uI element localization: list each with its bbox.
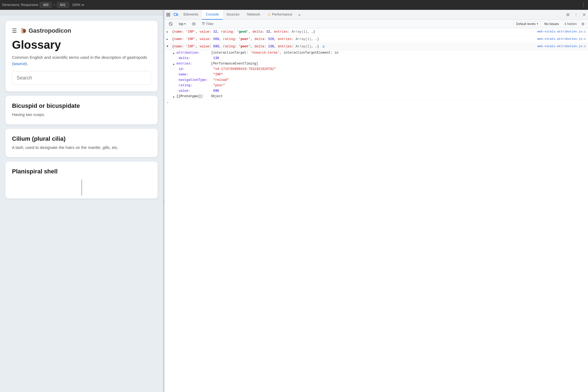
- term-planispiral: Planispiral shell: [12, 168, 151, 175]
- console-row-2[interactable]: ▶ {name: 'INP', value: 560, rating: 'poo…: [164, 36, 588, 43]
- glossary-header-card: ☰ 🐌 Gastropodicon Glossary Common Englis…: [5, 21, 158, 91]
- svg-line-7: [170, 23, 172, 25]
- console-content-3: {name: 'INP', value: 696, rating: 'poor'…: [172, 44, 535, 49]
- zoom-select[interactable]: 100% 75% 50% 150%: [71, 3, 85, 7]
- site-logo: 🐌 Gastropodicon: [20, 27, 71, 34]
- context-selector[interactable]: top ▾: [176, 21, 188, 27]
- console-output[interactable]: ▶ {name: 'INP', value: 32, rating: 'good…: [164, 28, 588, 392]
- site-name: Gastropodicon: [29, 27, 71, 34]
- browser-top-bar: Dimensions: Responsive × 100% 75% 50% 15…: [0, 0, 588, 10]
- console-row-1[interactable]: ▶ {name: 'INP', value: 32, rating: 'good…: [164, 28, 588, 36]
- devtools-panel: Elements Console Sources Network ⚠ Perfo…: [164, 10, 588, 392]
- clear-console-button[interactable]: [167, 22, 175, 26]
- expanded-row-rating: rating: "poor": [164, 83, 588, 88]
- console-settings-button[interactable]: ⚙: [580, 21, 586, 27]
- dimensions-label[interactable]: Dimensions: Responsive: [2, 3, 38, 7]
- hamburger-menu-icon[interactable]: ☰: [12, 27, 17, 34]
- expanded-row-name: name: "INP": [164, 72, 588, 78]
- device-toggle-button[interactable]: [172, 11, 180, 19]
- entries-arrow[interactable]: ▶: [173, 63, 176, 66]
- console-content-2: {name: 'INP', value: 560, rating: 'poor'…: [172, 37, 535, 42]
- console-row-3[interactable]: ▼ {name: 'INP', value: 696, rating: 'poo…: [164, 43, 588, 50]
- devtools-right-icons: ⚙ ⋮ ✕: [564, 11, 588, 19]
- console-secondary-toolbar: top ▾ Filter Default levels ▾ No Issues …: [164, 20, 588, 28]
- svg-rect-2: [167, 15, 168, 16]
- hidden-count[interactable]: 4 hidden: [563, 22, 578, 26]
- viewport-ruler: [0, 10, 163, 15]
- tab-network[interactable]: Network: [243, 10, 264, 20]
- console-prompt-row: ›: [164, 99, 588, 106]
- expanded-row-prototype[interactable]: ▶ [[Prototype]]: Object: [164, 94, 588, 99]
- svg-rect-3: [169, 15, 170, 16]
- devtools-settings-button[interactable]: ⚙: [564, 11, 572, 19]
- console-source-3[interactable]: web-vitals.attribution.js:1: [537, 44, 586, 48]
- svg-rect-1: [169, 13, 170, 14]
- page-header: ☰ 🐌 Gastropodicon: [12, 27, 151, 34]
- glossary-description: Common English and scientific terms used…: [12, 54, 151, 67]
- glossary-term-card-1: Bicuspid or bicuspidate Having two cusps…: [5, 96, 158, 124]
- eye-live-expressions-button[interactable]: [190, 22, 198, 26]
- svg-point-9: [193, 23, 194, 24]
- topbar-more-button[interactable]: ⋮: [581, 2, 586, 7]
- svg-rect-4: [174, 13, 177, 16]
- expand-arrow-1[interactable]: ▶: [167, 30, 170, 33]
- glossary-title: Glossary: [12, 39, 151, 51]
- expanded-row-value: value: 696: [164, 88, 588, 94]
- console-content-1: {name: 'INP', value: 32, rating: 'good',…: [172, 29, 535, 34]
- prototype-arrow[interactable]: ▶: [173, 95, 176, 99]
- inspect-element-button[interactable]: [164, 11, 172, 19]
- devtools-close-button[interactable]: ✕: [580, 11, 588, 19]
- def-cilium: A lash; used to designate the hairs on t…: [12, 145, 151, 151]
- no-issues-indicator: No Issues: [542, 22, 561, 26]
- svg-rect-5: [177, 14, 178, 16]
- expanded-row-navtype: navigationType: "reload": [164, 78, 588, 83]
- viewport-width-input[interactable]: [40, 2, 52, 8]
- viewport-height-input[interactable]: [57, 2, 69, 8]
- expanded-row-id: id: "v4-1715704899419-7631921820701": [164, 67, 588, 72]
- info-badge[interactable]: i: [322, 45, 325, 48]
- devtools-more-button[interactable]: ⋮: [572, 11, 580, 19]
- expanded-row-entries[interactable]: ▶ entries: [PerformanceEventTiming]: [164, 61, 588, 67]
- viewport-panel: ☰ 🐌 Gastropodicon Glossary Common Englis…: [0, 10, 163, 392]
- glossary-term-card-3: Planispiral shell: [5, 161, 158, 198]
- snail-icon: 🐌: [20, 27, 27, 34]
- attribution-arrow[interactable]: ▶: [173, 52, 176, 55]
- tab-console[interactable]: Console: [202, 10, 223, 20]
- term-cilium: Cilium (plural cilia): [12, 135, 151, 142]
- main-layout: ☰ 🐌 Gastropodicon Glossary Common Englis…: [0, 10, 588, 392]
- responsive-controls: Dimensions: Responsive ×: [2, 2, 69, 8]
- log-levels-select[interactable]: Default levels ▾: [514, 21, 541, 27]
- expanded-row-attribution[interactable]: ▶ attribution: {interactionTarget: '#sea…: [164, 50, 588, 56]
- console-row-3-group: ▼ {name: 'INP', value: 696, rating: 'poo…: [164, 43, 588, 99]
- def-bicuspid: Having two cusps.: [12, 112, 151, 118]
- console-source-2[interactable]: web-vitals.attribution.js:1: [537, 37, 586, 41]
- console-source-1[interactable]: web-vitals.attribution.js:1: [537, 29, 586, 33]
- glossary-term-card-2: Cilium (plural cilia) A lash; used to de…: [5, 129, 158, 157]
- expanded-row-delta: delta: 136: [164, 56, 588, 61]
- svg-rect-0: [167, 13, 168, 14]
- devtools-tabs: Elements Console Sources Network ⚠ Perfo…: [180, 10, 303, 20]
- expand-arrow-3[interactable]: ▼: [167, 45, 170, 48]
- filter-button[interactable]: Filter: [200, 22, 216, 26]
- prompt-arrow-icon: ›: [167, 101, 169, 105]
- tab-elements[interactable]: Elements: [180, 10, 202, 20]
- scroll-hint: [81, 179, 82, 196]
- tab-performance[interactable]: ⚠ Performance: [264, 10, 296, 20]
- tab-sources[interactable]: Sources: [223, 10, 243, 20]
- web-content[interactable]: ☰ 🐌 Gastropodicon Glossary Common Englis…: [0, 15, 163, 392]
- search-input[interactable]: [12, 71, 151, 85]
- tab-overflow-button[interactable]: »: [296, 10, 303, 20]
- expand-arrow-2[interactable]: ▶: [167, 38, 170, 41]
- term-bicuspid: Bicuspid or bicuspidate: [12, 102, 151, 109]
- source-link[interactable]: source: [13, 61, 26, 66]
- dimension-x-separator: ×: [53, 3, 55, 7]
